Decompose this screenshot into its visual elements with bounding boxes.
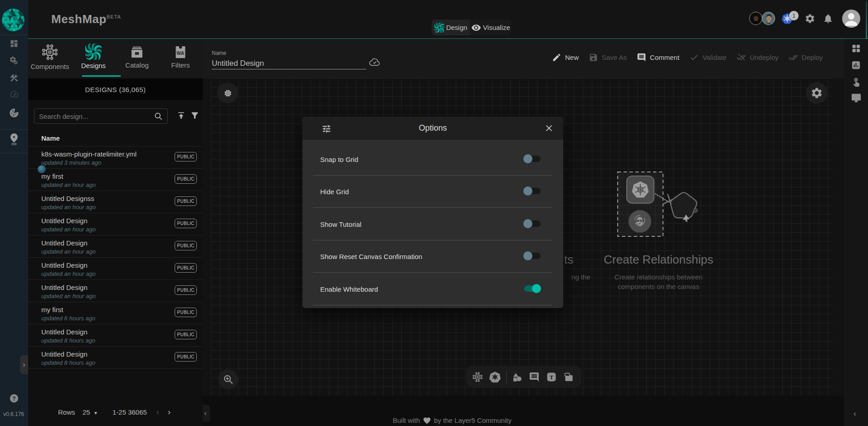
svg-text:WA: WA [176,51,185,56]
svg-text:?: ? [12,395,16,402]
svg-text:T: T [550,374,554,381]
